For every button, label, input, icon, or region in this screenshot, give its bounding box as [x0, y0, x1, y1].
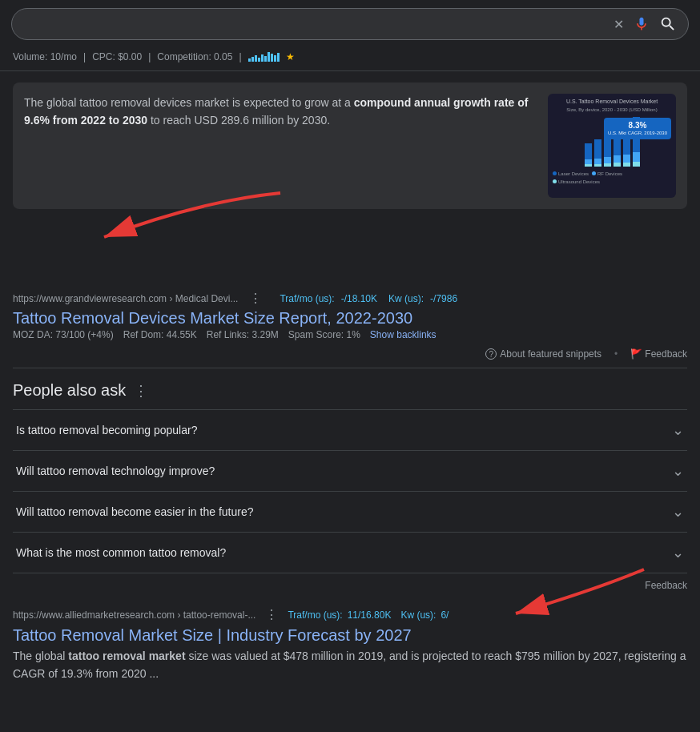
paa-question-3: Will tattoo removal become easier in the…: [16, 505, 253, 518]
result2-traffic-value: 11/16.80K: [348, 609, 392, 621]
result1-ref-links: Ref Links: 3.29M: [207, 329, 279, 340]
arrow-annotation-1: [0, 201, 700, 265]
about-snippets-link[interactable]: ? About featured snippets: [485, 348, 601, 360]
sep3: |: [239, 51, 241, 62]
search-bar: tattoo removal industry growth ✕: [11, 8, 689, 40]
result2-description: The global tattoo removal market size wa…: [13, 647, 687, 683]
result2-desc-before: The global: [13, 650, 68, 662]
legend-item-3: Ultrasound Devices: [553, 179, 600, 184]
paa-chevron-4: ⌄: [672, 544, 684, 561]
star-icon[interactable]: ★: [286, 51, 295, 62]
result1-ref-dom: Ref Dom: 44.55K: [123, 329, 197, 340]
chart-title: U.S. Tattoo Removal Devices Market: [566, 99, 658, 104]
legend-item-1: Laser Devices: [553, 171, 589, 176]
competition-label: Competition: 0.05: [157, 51, 232, 62]
snippet-chart-image: U.S. Tattoo Removal Devices Market Size,…: [548, 94, 676, 198]
result2-traffic-label: Traf/mo (us):: [288, 609, 342, 621]
bar1: [585, 143, 592, 167]
flag-icon-1: 🚩: [630, 348, 642, 360]
result1-title[interactable]: Tattoo Removal Devices Market Size Repor…: [13, 309, 687, 328]
result1-url: https://www.grandviewresearch.com › Medi…: [13, 293, 238, 304]
paa-chevron-2: ⌄: [672, 462, 684, 480]
bar3: [604, 135, 611, 167]
feedback-row-1: ? About featured snippets • 🚩 Feedback: [13, 340, 687, 368]
clear-button[interactable]: ✕: [614, 17, 624, 32]
paa-question-2: Will tattoo removal technology improve?: [16, 465, 215, 477]
question-icon: ?: [485, 348, 497, 360]
result2-url: https://www.alliedmarketresearch.com › t…: [13, 609, 255, 621]
people-also-ask-section: People also ask ⋮ Is tattoo removal beco…: [0, 368, 700, 573]
result2-options-button[interactable]: ⋮: [260, 605, 283, 624]
badge-percent: 8.3%: [608, 120, 667, 131]
paa-chevron-1: ⌄: [672, 421, 684, 439]
paa-item-2[interactable]: Will tattoo removal technology improve? …: [13, 450, 687, 491]
legend-item-2: RF Devices: [592, 171, 622, 176]
paa-item-3[interactable]: Will tattoo removal become easier in the…: [13, 491, 687, 532]
paa-title: People also ask: [13, 381, 126, 400]
show-backlinks-link[interactable]: Show backlinks: [370, 329, 436, 340]
paa-options-button[interactable]: ⋮: [134, 382, 148, 400]
paa-question-1: Is tattoo removal becoming popular?: [16, 424, 197, 436]
snippet-text-before: The global tattoo removal devices market…: [24, 96, 354, 109]
chart-subtitle: Size, By device, 2020 - 2030 (USD Millio…: [566, 107, 657, 112]
snippet-text-after: to reach USD 289.6 million by 2030.: [147, 114, 330, 127]
about-snippets-label: About featured snippets: [500, 348, 601, 360]
cpc-label: CPC: $0.00: [92, 51, 142, 62]
sep2: |: [148, 51, 151, 62]
search-icon-group: ✕: [614, 15, 677, 33]
result1-url-row: https://www.grandviewresearch.com › Medi…: [13, 289, 687, 308]
paa-chevron-3: ⌄: [672, 503, 684, 521]
result1-meta-line: MOZ DA: 73/100 (+4%) Ref Dom: 44.55K Ref…: [13, 329, 687, 340]
result1-section: https://www.grandviewresearch.com › Medi…: [0, 289, 700, 368]
result1-kw-value: -/7986: [430, 293, 457, 304]
result1-options-button[interactable]: ⋮: [244, 289, 267, 308]
bar2: [594, 139, 601, 167]
result2-title[interactable]: Tattoo Removal Market Size | Industry Fo…: [13, 626, 687, 645]
paa-question-4: What is the most common tattoo removal?: [16, 546, 226, 559]
paa-item-1[interactable]: Is tattoo removal becoming popular? ⌄: [13, 409, 687, 450]
chart-legend: Laser Devices RF Devices Ultrasound Devi…: [553, 171, 671, 184]
chart-badge: 8.3% U.S. Mkt CAGR, 2019-2030: [604, 118, 671, 139]
dot-separator: •: [614, 348, 618, 360]
sep1: |: [83, 51, 86, 62]
feedback-arrow-2-container: Feedback: [0, 573, 700, 597]
result1-spam-score: Spam Score: 1%: [288, 329, 360, 340]
result1-moz-da: MOZ DA: 73/100 (+4%): [13, 329, 114, 340]
result1-traffic-value: -/18.10K: [341, 293, 377, 304]
result1-traffic-label: Traf/mo (us):: [280, 293, 334, 304]
red-arrow-svg-1: [40, 185, 320, 249]
result1-kw-label: Kw (us):: [388, 293, 424, 304]
badge-label: U.S. Mkt CAGR, 2019-2030: [608, 131, 667, 137]
result2-desc-bold: tattoo removal market: [68, 650, 185, 662]
search-input[interactable]: tattoo removal industry growth: [23, 17, 605, 31]
volume-label: Volume: 10/mo: [13, 51, 77, 62]
red-arrow-svg-2: [420, 565, 692, 621]
feedback-label-1: Feedback: [645, 348, 687, 360]
feedback-button-1[interactable]: 🚩 Feedback: [630, 348, 687, 360]
volume-chart: [248, 52, 280, 62]
snippet-text: The global tattoo removal devices market…: [24, 94, 538, 198]
paa-header: People also ask ⋮: [13, 381, 687, 400]
search-button[interactable]: [659, 15, 677, 33]
meta-bar: Volume: 10/mo | CPC: $0.00 | Competition…: [0, 48, 700, 71]
mic-button[interactable]: [634, 16, 650, 32]
